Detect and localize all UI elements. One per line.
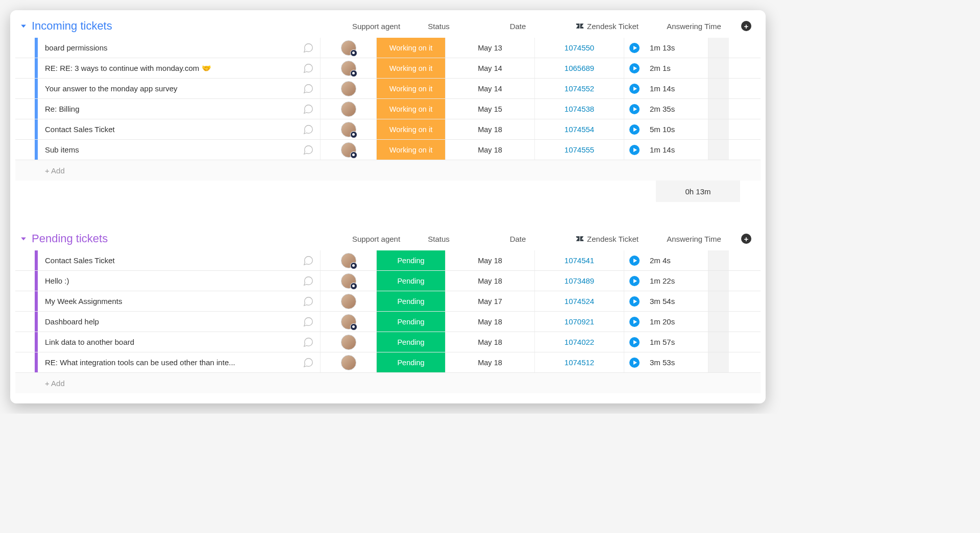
status-cell[interactable]: Working on it	[377, 140, 446, 160]
table-row[interactable]: Hello :)PendingMay 1810734891m 22s	[15, 271, 761, 291]
play-icon[interactable]	[629, 256, 640, 266]
collapse-arrow-icon[interactable]	[19, 234, 28, 243]
ticket-cell[interactable]: 1074552	[535, 79, 624, 98]
table-row[interactable]: Dashboard helpPendingMay 1810709211m 20s	[15, 312, 761, 332]
ticket-cell[interactable]: 1073489	[535, 271, 624, 291]
play-icon[interactable]	[629, 337, 640, 347]
status-cell[interactable]: Working on it	[377, 119, 446, 139]
status-cell[interactable]: Pending	[377, 250, 446, 270]
ticket-link[interactable]: 1070921	[565, 317, 594, 326]
ticket-link[interactable]: 1074022	[565, 338, 594, 346]
table-row[interactable]: board permissionsWorking on itMay 131074…	[15, 38, 761, 58]
row-name-cell[interactable]: Contact Sales Ticket	[38, 250, 321, 270]
ticket-cell[interactable]: 1065689	[535, 58, 624, 78]
date-cell[interactable]: May 18	[446, 140, 535, 160]
chat-icon[interactable]	[302, 104, 315, 115]
add-item-row[interactable]: + Add	[15, 160, 761, 181]
status-label[interactable]: Pending	[377, 352, 445, 372]
row-name-cell[interactable]: board permissions	[38, 38, 321, 58]
column-header-zendesk[interactable]: Zendesk Ticket	[562, 22, 652, 31]
ticket-cell[interactable]: 1070921	[535, 312, 624, 332]
agent-cell[interactable]	[321, 291, 377, 311]
ticket-link[interactable]: 1073489	[565, 276, 594, 285]
status-label[interactable]: Working on it	[377, 119, 445, 139]
status-label[interactable]: Pending	[377, 332, 445, 352]
date-cell[interactable]: May 18	[446, 332, 535, 352]
chat-icon[interactable]	[302, 337, 315, 348]
ticket-cell[interactable]: 1074541	[535, 250, 624, 270]
time-cell[interactable]: 1m 20s	[624, 312, 708, 332]
ticket-link[interactable]: 1074541	[565, 256, 594, 265]
play-icon[interactable]	[629, 124, 640, 135]
table-row[interactable]: Contact Sales TicketWorking on itMay 181…	[15, 119, 761, 140]
status-cell[interactable]: Pending	[377, 291, 446, 311]
agent-cell[interactable]	[321, 352, 377, 372]
group-title[interactable]: Incoming tickets	[32, 19, 348, 33]
avatar[interactable]	[341, 294, 356, 309]
row-name-cell[interactable]: RE: RE: 3 ways to continue with monday.c…	[38, 58, 321, 78]
date-cell[interactable]: May 15	[446, 99, 535, 119]
avatar[interactable]	[341, 253, 356, 268]
date-cell[interactable]: May 14	[446, 58, 535, 78]
chat-icon[interactable]	[302, 83, 315, 94]
time-cell[interactable]: 2m 4s	[624, 250, 708, 270]
column-header-status[interactable]: Status	[404, 22, 473, 31]
column-header-time[interactable]: Answering Time	[652, 22, 736, 31]
agent-cell[interactable]	[321, 312, 377, 332]
play-icon[interactable]	[629, 84, 640, 94]
ticket-cell[interactable]: 1074554	[535, 119, 624, 139]
avatar[interactable]	[341, 81, 356, 96]
row-name-cell[interactable]: Dashboard help	[38, 312, 321, 332]
play-icon[interactable]	[629, 296, 640, 307]
status-label[interactable]: Working on it	[377, 79, 445, 98]
ticket-link[interactable]: 1074552	[565, 84, 594, 93]
date-cell[interactable]: May 14	[446, 79, 535, 98]
row-name-cell[interactable]: Sub items	[38, 140, 321, 160]
agent-cell[interactable]	[321, 99, 377, 119]
date-cell[interactable]: May 18	[446, 352, 535, 372]
status-label[interactable]: Pending	[377, 312, 445, 332]
status-label[interactable]: Working on it	[377, 140, 445, 160]
play-icon[interactable]	[629, 63, 640, 73]
column-header-date[interactable]: Date	[473, 22, 562, 31]
ticket-cell[interactable]: 1074524	[535, 291, 624, 311]
column-header-date[interactable]: Date	[473, 235, 562, 243]
time-cell[interactable]: 3m 54s	[624, 291, 708, 311]
table-row[interactable]: RE: What integration tools can be used o…	[15, 352, 761, 373]
time-cell[interactable]: 1m 57s	[624, 332, 708, 352]
avatar[interactable]	[341, 142, 356, 158]
chat-icon[interactable]	[302, 124, 315, 135]
status-cell[interactable]: Working on it	[377, 99, 446, 119]
time-cell[interactable]: 1m 13s	[624, 38, 708, 58]
status-label[interactable]: Working on it	[377, 38, 445, 58]
status-cell[interactable]: Working on it	[377, 79, 446, 98]
chat-icon[interactable]	[302, 316, 315, 327]
agent-cell[interactable]	[321, 38, 377, 58]
add-item-row[interactable]: + Add	[15, 373, 761, 393]
row-name-cell[interactable]: RE: What integration tools can be used o…	[38, 352, 321, 372]
time-cell[interactable]: 5m 10s	[624, 119, 708, 139]
avatar[interactable]	[341, 314, 356, 329]
row-name-cell[interactable]: Link data to another board	[38, 332, 321, 352]
table-row[interactable]: Sub itemsWorking on itMay 1810745551m 14…	[15, 140, 761, 160]
add-column-button[interactable]: +	[741, 21, 751, 31]
play-icon[interactable]	[629, 43, 640, 53]
column-header-status[interactable]: Status	[404, 235, 473, 243]
column-header-time[interactable]: Answering Time	[652, 235, 736, 243]
date-cell[interactable]: May 17	[446, 291, 535, 311]
status-label[interactable]: Pending	[377, 291, 445, 311]
table-row[interactable]: Contact Sales TicketPendingMay 181074541…	[15, 250, 761, 271]
avatar[interactable]	[341, 355, 356, 370]
status-cell[interactable]: Working on it	[377, 58, 446, 78]
column-header-agent[interactable]: Support agent	[348, 22, 404, 31]
column-header-zendesk[interactable]: Zendesk Ticket	[562, 235, 652, 243]
ticket-cell[interactable]: 1074538	[535, 99, 624, 119]
status-cell[interactable]: Working on it	[377, 38, 446, 58]
collapse-arrow-icon[interactable]	[19, 21, 28, 31]
agent-cell[interactable]	[321, 79, 377, 98]
row-name-cell[interactable]: My Week Assignments	[38, 291, 321, 311]
chat-icon[interactable]	[302, 144, 315, 156]
date-cell[interactable]: May 18	[446, 271, 535, 291]
date-cell[interactable]: May 18	[446, 250, 535, 270]
ticket-link[interactable]: 1074554	[565, 125, 594, 134]
